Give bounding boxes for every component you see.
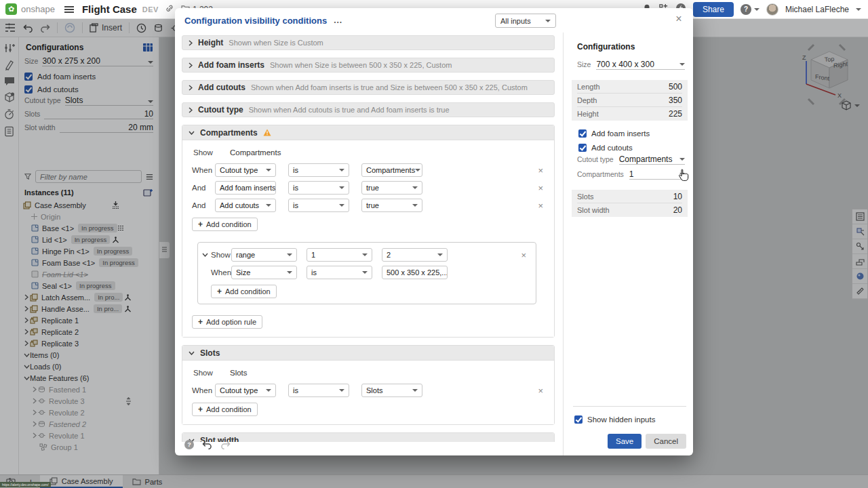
- section-slots-header[interactable]: Slots: [182, 346, 554, 361]
- range-type-select[interactable]: range: [231, 248, 297, 262]
- chevron-down-icon: [189, 131, 195, 135]
- section-height[interactable]: Height Shown when Size is Custom: [182, 35, 555, 50]
- operator-select[interactable]: is: [307, 266, 372, 279]
- section-add-cutouts[interactable]: Add cutouts Shown when Add foam inserts …: [182, 80, 555, 95]
- section-name: Compartments: [200, 128, 258, 138]
- share-button[interactable]: Share: [693, 2, 734, 17]
- add-condition-button[interactable]: +Add condition: [192, 218, 258, 231]
- slots-label: Slots: [577, 192, 593, 201]
- chevron-right-icon: [189, 85, 193, 91]
- main-menu-icon[interactable]: [64, 5, 74, 14]
- value-select[interactable]: Slots: [361, 384, 422, 397]
- chevron-down-icon: [287, 253, 292, 256]
- field-select[interactable]: Cutout type: [215, 384, 276, 397]
- section-condition: Shown when Size is Custom: [229, 39, 323, 47]
- slots-value: 10: [673, 192, 682, 201]
- chevron-down-icon[interactable]: [202, 253, 208, 257]
- dialog-title: Configuration visibility conditions: [184, 16, 327, 26]
- size-value: 700 x 400 x 300: [596, 60, 654, 69]
- condition-row: And Add foam inserts is true ×: [192, 181, 547, 195]
- compartments-field[interactable]: Compartments 1: [577, 169, 685, 184]
- show-target: Slots: [230, 369, 248, 377]
- option-show-row: Show range 1 2 ×: [202, 248, 530, 262]
- when-label: When: [211, 268, 231, 277]
- close-icon[interactable]: ×: [673, 13, 685, 25]
- remove-option-rule-icon[interactable]: ×: [521, 250, 526, 260]
- range-to-select[interactable]: 2: [382, 248, 448, 262]
- input-scope-select[interactable]: All inputs: [495, 14, 556, 28]
- field-select[interactable]: Cutout type: [215, 163, 276, 177]
- condition-row: When Cutout type is Slots ×: [192, 384, 547, 397]
- show-label: Show: [211, 251, 231, 259]
- onshape-logo-icon[interactable]: ✿: [5, 3, 17, 15]
- section-name: Height: [198, 38, 223, 47]
- chevron-down-icon: [339, 389, 344, 392]
- hidden-inputs-group: Length 500 Depth 350 Height 225: [572, 80, 688, 121]
- section-cutout-type[interactable]: Cutout type Shown when Add cutouts is tr…: [182, 102, 555, 117]
- show-hidden-inputs-row[interactable]: Show hidden inputs: [573, 413, 686, 426]
- share-link-icon[interactable]: [165, 4, 174, 15]
- value-select[interactable]: true: [361, 181, 422, 195]
- section-condition: Shown when Size is between 500 x 350 x 2…: [270, 61, 452, 69]
- dialog-menu-dots[interactable]: ...: [334, 16, 342, 25]
- operator-select[interactable]: is: [288, 181, 349, 195]
- range-from-select[interactable]: 1: [307, 248, 372, 262]
- field-select[interactable]: Size: [231, 266, 297, 279]
- operator-select[interactable]: is: [288, 163, 349, 177]
- chevron-down-icon: [339, 186, 344, 189]
- section-compartments: Compartments Show Compartments When Cuto…: [182, 125, 555, 338]
- value-select[interactable]: 500 x 350 x 225,...: [382, 266, 448, 279]
- cutout-type-field[interactable]: Cutout type Compartments: [577, 155, 685, 169]
- chevron-down-icon: [266, 169, 271, 171]
- foam-inserts-checkbox-row[interactable]: Add foam inserts: [577, 126, 685, 140]
- cancel-button[interactable]: Cancel: [646, 434, 686, 449]
- length-row: Length 500: [577, 80, 682, 94]
- section-name: Add foam inserts: [198, 60, 264, 70]
- mouse-cursor: [678, 169, 690, 182]
- length-value: 500: [669, 82, 682, 92]
- section-compartments-header[interactable]: Compartments: [182, 125, 554, 140]
- remove-condition-icon[interactable]: ×: [538, 165, 543, 176]
- field-select[interactable]: Add cutouts: [215, 199, 276, 212]
- add-condition-button[interactable]: +Add condition: [211, 285, 277, 298]
- slot-width-row: Slot width 20: [577, 203, 682, 217]
- chevron-down-icon: [412, 186, 418, 189]
- size-label: Size: [577, 60, 591, 68]
- plus-icon: +: [217, 287, 222, 296]
- undo-icon[interactable]: [202, 441, 212, 449]
- chevron-down-icon: [412, 204, 418, 207]
- remove-condition-icon[interactable]: ×: [538, 201, 543, 211]
- operator-select[interactable]: is: [288, 384, 349, 397]
- remove-condition-icon[interactable]: ×: [538, 386, 543, 396]
- slot-width-value: 20: [673, 205, 682, 215]
- cutouts-checkbox-row[interactable]: Add cutouts: [577, 140, 685, 155]
- value-select[interactable]: true: [361, 199, 422, 212]
- conditions-list: Height Shown when Size is Custom Add foa…: [182, 35, 555, 442]
- help-icon[interactable]: ?: [184, 440, 194, 449]
- section-add-foam-inserts[interactable]: Add foam inserts Shown when Size is betw…: [182, 58, 555, 73]
- value-select[interactable]: Compartments: [361, 163, 422, 177]
- chevron-down-icon: [362, 253, 368, 256]
- operator-select[interactable]: is: [288, 199, 349, 212]
- redo-icon[interactable]: [220, 441, 231, 449]
- user-menu-chevron-icon[interactable]: [856, 8, 861, 11]
- field-select[interactable]: Add foam inserts: [215, 181, 276, 195]
- help-menu[interactable]: ?: [741, 4, 760, 15]
- checkbox-checked-icon: [578, 129, 587, 138]
- save-button[interactable]: Save: [608, 434, 642, 449]
- dialog-footer: ?: [175, 434, 556, 455]
- chevron-down-icon: [266, 389, 271, 392]
- plus-icon: +: [198, 317, 203, 327]
- chevron-down-icon: [339, 169, 344, 171]
- slot-width-label: Slot width: [577, 206, 610, 214]
- when-label: When: [192, 166, 215, 174]
- size-field[interactable]: Size 700 x 400 x 300: [577, 60, 685, 75]
- show-label: Show: [193, 369, 215, 377]
- add-option-rule-button[interactable]: +Add option rule: [192, 315, 262, 329]
- add-condition-button[interactable]: +Add condition: [192, 403, 258, 416]
- remove-condition-icon[interactable]: ×: [538, 183, 543, 193]
- chevron-down-icon: [754, 8, 760, 11]
- cutouts-label: Add cutouts: [591, 144, 633, 152]
- hidden-inputs-group: Slots 10 Slot width 20: [572, 190, 688, 217]
- avatar[interactable]: [766, 3, 778, 16]
